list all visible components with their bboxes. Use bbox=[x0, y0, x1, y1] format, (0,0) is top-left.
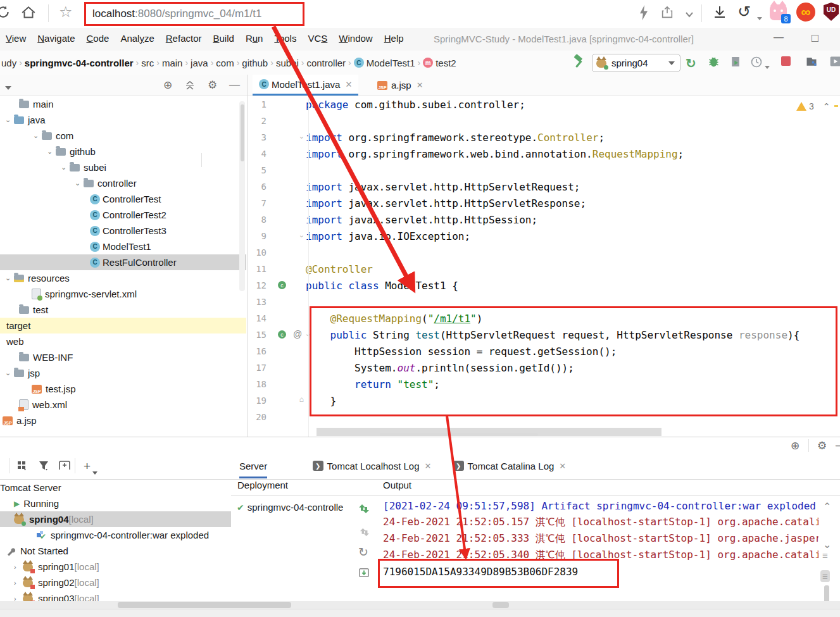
code-line[interactable]: 12cpublic class ModelTest1 { bbox=[248, 277, 840, 294]
menu-navigate[interactable]: Navigate bbox=[32, 28, 80, 44]
expand-chevron-icon[interactable]: ⌄ bbox=[5, 116, 14, 124]
minimize-button[interactable]: — bbox=[774, 32, 784, 43]
code-line[interactable]: 18 return "test"; bbox=[248, 376, 840, 392]
expand-chevron-icon[interactable]: ⌄ bbox=[33, 132, 42, 140]
close-tab-icon[interactable]: ✕ bbox=[417, 80, 423, 90]
debug-button[interactable] bbox=[707, 55, 720, 68]
menu-analyze[interactable]: Analyze bbox=[115, 28, 160, 44]
breadcrumb-item[interactable]: CModelTest1 bbox=[354, 58, 415, 68]
lightning-icon[interactable] bbox=[638, 5, 649, 20]
settings-gear-icon[interactable]: ⚙ bbox=[208, 78, 217, 92]
project-view-dropdown-icon[interactable] bbox=[5, 80, 11, 93]
locate-file-icon[interactable]: ⊕ bbox=[163, 78, 172, 92]
tree-item-web-inf[interactable]: WEB-INF bbox=[0, 349, 246, 365]
service-item-spring01[interactable]: ›spring01 [local] bbox=[0, 559, 231, 575]
tree-item-resources[interactable]: ⌄resources bbox=[0, 270, 246, 286]
tree-item-jsp[interactable]: ⌄jsp bbox=[0, 365, 246, 381]
tree-item-web[interactable]: web bbox=[0, 333, 246, 349]
breadcrumb-item[interactable]: subei bbox=[276, 58, 299, 68]
rerun-button[interactable]: ↻ bbox=[686, 56, 696, 71]
history-undo-icon[interactable]: ↺ bbox=[737, 3, 751, 21]
menu-build[interactable]: Build bbox=[207, 28, 239, 44]
close-tab-icon[interactable]: ✕ bbox=[559, 461, 566, 471]
breadcrumb-item[interactable]: github bbox=[242, 58, 268, 68]
profiler-dropdown-icon[interactable] bbox=[765, 60, 770, 72]
run-gutter-icon[interactable]: c bbox=[278, 330, 286, 339]
services-tab-tomcat-localhost-log[interactable]: ❯Tomcat Localhost Log✕ bbox=[313, 453, 432, 478]
code-line[interactable]: 19⌂ } bbox=[248, 392, 840, 409]
menu-run[interactable]: Run bbox=[240, 28, 269, 44]
breadcrumb-item[interactable]: com bbox=[216, 58, 234, 68]
browser-extension-cat-icon[interactable]: 8 bbox=[770, 4, 787, 20]
service-item-springmvc-04-controller-war-exploded[interactable]: ✔springmvc-04-controller:war exploded bbox=[0, 527, 231, 543]
expand-chevron-icon[interactable]: ⌄ bbox=[5, 369, 14, 377]
code-line[interactable]: 3⌄import org.springframework.stereotype.… bbox=[248, 129, 840, 146]
expand-chevron-icon[interactable]: ⌄ bbox=[61, 163, 70, 171]
browser-profile-shield-icon[interactable]: UD bbox=[824, 3, 839, 21]
expand-chevron-icon[interactable]: › bbox=[14, 563, 23, 571]
tree-item-a-jsp[interactable]: JSPa.jsp bbox=[0, 413, 246, 428]
code-line[interactable]: 4import org.springframework.web.bind.ann… bbox=[248, 146, 840, 162]
console-output[interactable]: [2021-02-24 09:51:57,598] Artifact sprin… bbox=[383, 497, 818, 599]
reload-icon[interactable] bbox=[0, 4, 11, 20]
code-line[interactable]: 14 @RequestMapping("/m1/t1") bbox=[248, 310, 840, 327]
run-tool-window-icon[interactable] bbox=[829, 55, 840, 68]
browser-extension-infinity-icon[interactable]: ∞ bbox=[796, 3, 815, 22]
build-hammer-icon[interactable] bbox=[572, 54, 587, 70]
project-structure-icon[interactable] bbox=[805, 55, 818, 68]
view-options-icon[interactable] bbox=[16, 459, 28, 471]
expand-chevron-icon[interactable]: ⌄ bbox=[47, 147, 56, 156]
tree-item-web-xml[interactable]: web.xml bbox=[0, 397, 246, 413]
tree-item-com[interactable]: ⌄com bbox=[0, 128, 246, 144]
code-line[interactable]: 8import javax.servlet.http.HttpSession; bbox=[248, 211, 840, 228]
tree-item-target[interactable]: target bbox=[0, 318, 246, 333]
download-icon[interactable] bbox=[712, 4, 727, 20]
deployment-item[interactable]: ✔ springmvc-04-controlle bbox=[237, 502, 354, 513]
service-item-spring03[interactable]: ›spring03 [local] bbox=[0, 590, 231, 602]
run-coverage-button[interactable] bbox=[729, 55, 742, 68]
code-line[interactable]: 20 bbox=[248, 409, 840, 425]
close-tab-icon[interactable]: ✕ bbox=[345, 80, 352, 89]
code-line[interactable]: 7import javax.servlet.http.HttpServletRe… bbox=[248, 195, 840, 211]
menu-code[interactable]: Code bbox=[81, 28, 115, 44]
tree-item-subei[interactable]: ⌄subei bbox=[0, 159, 246, 175]
tree-item-controller[interactable]: ⌄controller bbox=[0, 175, 246, 191]
refresh-icon[interactable]: ↻ bbox=[358, 545, 368, 559]
run-gutter-icon[interactable]: c bbox=[278, 281, 286, 289]
breadcrumb-item[interactable]: mtest2 bbox=[423, 58, 456, 68]
tree-scrollbar-thumb[interactable] bbox=[241, 104, 244, 161]
share-icon[interactable] bbox=[660, 5, 674, 20]
expand-chevron-icon[interactable]: ⌄ bbox=[75, 179, 84, 187]
breadcrumb-item[interactable]: udy bbox=[1, 58, 16, 68]
tree-item-springmvc-servlet-xml[interactable]: springmvc-servlet.xml bbox=[0, 286, 246, 302]
service-item-not-started[interactable]: Not Started bbox=[0, 543, 231, 559]
menu-view[interactable]: View bbox=[0, 28, 32, 44]
menu-vcs[interactable]: VCS bbox=[302, 28, 333, 44]
breadcrumb-item[interactable]: java bbox=[191, 58, 208, 68]
scroll-to-end-icon[interactable]: ≡ bbox=[820, 570, 830, 582]
scroll-up-icon[interactable]: ⌃ bbox=[823, 501, 831, 513]
tree-item-java[interactable]: ⌄java bbox=[0, 112, 246, 128]
tree-item-github[interactable]: ⌄github bbox=[0, 144, 246, 159]
tree-item-controllertest2[interactable]: CControllerTest2 bbox=[0, 207, 246, 223]
code-editor[interactable]: 1package com.github.subei.controller;23⌄… bbox=[248, 96, 840, 437]
code-line[interactable]: 10 bbox=[248, 244, 840, 261]
profiler-button[interactable] bbox=[750, 56, 763, 68]
run-configuration-select[interactable]: spring04 bbox=[592, 54, 680, 72]
menu-window[interactable]: Window bbox=[333, 28, 378, 44]
expand-chevron-icon[interactable]: › bbox=[14, 579, 23, 587]
tree-item-modeltest1[interactable]: CModelTest1 bbox=[0, 239, 246, 254]
code-line[interactable]: 2 bbox=[248, 113, 840, 129]
code-line[interactable]: 16 HttpSession session = request.getSess… bbox=[248, 343, 840, 359]
services-hide-icon[interactable]: — bbox=[836, 439, 840, 452]
tree-item-controllertest3[interactable]: CControllerTest3 bbox=[0, 223, 246, 239]
chevron-down-icon[interactable] bbox=[685, 8, 694, 20]
tree-item-test[interactable]: test bbox=[0, 302, 246, 318]
address-bar[interactable]: localhost:8080/springmvc_04/m1/t1 bbox=[84, 2, 304, 26]
undeploy-icon[interactable] bbox=[360, 526, 370, 537]
breadcrumb-item[interactable]: main bbox=[162, 58, 183, 68]
code-line[interactable]: 1package com.github.subei.controller; bbox=[248, 96, 840, 113]
editor-tab-modeltest1-java[interactable]: CModelTest1.java✕ bbox=[253, 75, 358, 96]
fold-icon[interactable]: ⌄ bbox=[299, 132, 304, 140]
editor-tab-a-jsp[interactable]: JSPa.jsp✕ bbox=[371, 75, 430, 96]
